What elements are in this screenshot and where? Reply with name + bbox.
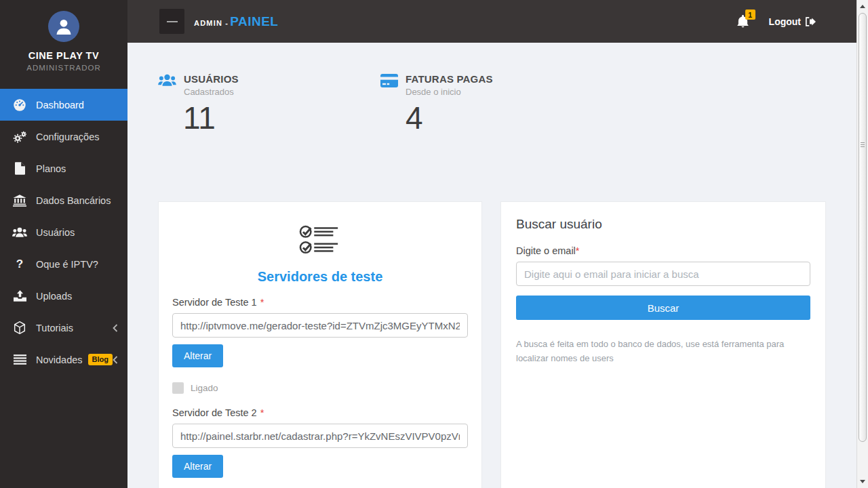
sidebar-item-label: Usuários [36, 227, 75, 238]
server-1-alterar-button[interactable]: Alterar [172, 344, 223, 367]
question-icon: ? [11, 258, 28, 270]
sidebar-item-label: Uploads [36, 291, 72, 302]
scrollbar-up-arrow[interactable] [857, 1, 868, 12]
stat-subtitle: Cadastrados [184, 87, 239, 97]
scrollbar[interactable] [856, 0, 868, 488]
sidebar-item-novidades[interactable]: Novidades Blog [0, 344, 127, 375]
buscar-button[interactable]: Buscar [516, 296, 810, 320]
app-title: ADMIN - PAINEL [194, 14, 278, 29]
upload-icon [11, 290, 28, 302]
server-2-label-text: Servidor de Teste 2 [172, 407, 257, 418]
main-content: USUÁRIOS Cadastrados 11 FATURAS PAGAS De… [127, 43, 856, 488]
profile-name: CINE PLAY TV [0, 50, 127, 61]
ligado-label: Ligado [191, 383, 218, 393]
sidebar-item-planos[interactable]: Planos [0, 152, 127, 184]
sidebar: CINE PLAY TV ADMINISTRADOR Dashboard Con… [0, 0, 127, 488]
scrollbar-down-arrow[interactable] [857, 476, 868, 487]
users-icon [11, 227, 28, 238]
server-1-url-input[interactable] [172, 313, 468, 338]
notifications-button[interactable]: 1 [737, 15, 749, 28]
required-asterisk: * [260, 407, 264, 418]
sidebar-item-label: Dashboard [36, 100, 84, 110]
file-icon [11, 162, 28, 175]
cards-row: Servidores de teste Servidor de Teste 1*… [158, 201, 826, 488]
sidebar-item-configuracoes[interactable]: Configurações [0, 121, 127, 152]
sidebar-item-uploads[interactable]: Uploads [0, 280, 127, 312]
stat-title: FATURAS PAGAS [406, 73, 493, 85]
server-2-alterar-button[interactable]: Alterar [172, 455, 223, 478]
stat-value: 11 [183, 102, 300, 134]
users-icon [158, 74, 176, 89]
logout-label: Logout [769, 16, 801, 27]
stat-usuarios: USUÁRIOS Cadastrados 11 [158, 73, 300, 134]
server-1-label: Servidor de Teste 1* [172, 297, 468, 308]
sidebar-item-label: Oque é IPTV? [36, 259, 98, 270]
app-title-name: PAINEL [230, 14, 278, 29]
minimize-icon [167, 21, 178, 22]
required-asterisk: * [260, 297, 264, 308]
avatar [48, 11, 79, 42]
tachometer-icon [11, 98, 28, 112]
card-title: Servidores de teste [172, 269, 468, 285]
stat-subtitle: Desde o inicio [406, 87, 493, 97]
profile-role: ADMINISTRADOR [0, 64, 127, 72]
chevron-left-icon [113, 324, 118, 332]
sidebar-item-label: Configurações [36, 131, 100, 142]
ligado-checkbox[interactable] [172, 382, 184, 394]
required-asterisk: * [576, 245, 580, 256]
navbar-right: 1 Logout [737, 15, 816, 28]
notification-badge: 1 [745, 9, 755, 20]
sidebar-item-usuarios[interactable]: Usuários [0, 216, 127, 248]
test-servers-card: Servidores de teste Servidor de Teste 1*… [158, 201, 482, 488]
sidebar-item-label: Dados Bancários [36, 195, 111, 206]
sidebar-item-oque-e-iptv[interactable]: ? Oque é IPTV? [0, 248, 127, 280]
credit-card-icon [380, 74, 398, 90]
sidebar-item-tutoriais[interactable]: Tutoriais [0, 312, 127, 344]
sidebar-item-label: Planos [36, 163, 66, 174]
sidebar-menu: Dashboard Configurações Planos Dados Ban… [0, 89, 127, 375]
sidebar-item-label: Tutoriais [36, 323, 73, 333]
server-1-label-text: Servidor de Teste 1 [172, 297, 257, 308]
list-icon [11, 354, 28, 365]
blog-badge: Blog [88, 354, 113, 365]
search-user-card: Buscar usuário Digite o email* Buscar A … [500, 201, 826, 488]
search-helper-text: A busca é feita em todo o banco de dados… [516, 338, 810, 366]
sidebar-toggle-button[interactable] [159, 9, 184, 34]
scrollbar-thumb[interactable] [859, 13, 867, 442]
checklist-icon [172, 224, 468, 254]
email-label: Digite o email* [516, 245, 810, 256]
stats-row: USUÁRIOS Cadastrados 11 FATURAS PAGAS De… [158, 73, 826, 134]
logout-icon [806, 17, 816, 26]
gears-icon [11, 130, 28, 144]
server-2-url-input[interactable] [172, 424, 468, 448]
logout-button[interactable]: Logout [769, 16, 816, 27]
cube-icon [11, 321, 28, 334]
email-label-text: Digite o email [516, 245, 576, 256]
scrollbar-grip [861, 142, 865, 148]
sidebar-item-dados-bancarios[interactable]: Dados Bancários [0, 184, 127, 216]
stat-faturas-pagas: FATURAS PAGAS Desde o inicio 4 [380, 73, 523, 134]
sidebar-item-label: Novidades [36, 354, 83, 365]
card-title: Buscar usuário [516, 217, 810, 232]
bank-icon [11, 195, 28, 207]
sidebar-profile: CINE PLAY TV ADMINISTRADOR [0, 0, 127, 89]
stat-value: 4 [406, 102, 523, 134]
ligado-checkbox-row: Ligado [172, 382, 468, 394]
user-icon [54, 16, 74, 37]
email-search-input[interactable] [516, 262, 810, 286]
chevron-left-icon [113, 356, 118, 364]
app-title-prefix: ADMIN - [194, 19, 229, 27]
sidebar-item-dashboard[interactable]: Dashboard [0, 89, 127, 121]
server-2-label: Servidor de Teste 2* [172, 407, 468, 418]
top-navbar: ADMIN - PAINEL 1 Logout [127, 0, 856, 43]
stat-title: USUÁRIOS [184, 73, 239, 85]
